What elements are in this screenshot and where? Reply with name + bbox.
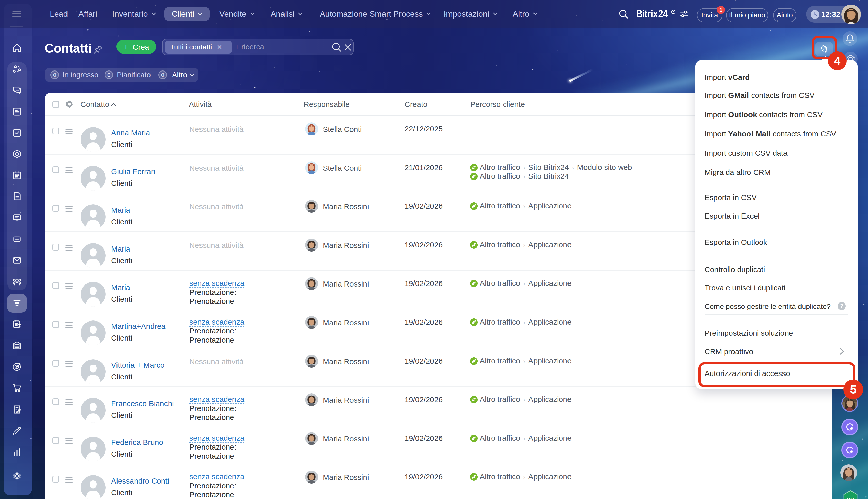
svg-text:SD: SD: [847, 497, 854, 499]
